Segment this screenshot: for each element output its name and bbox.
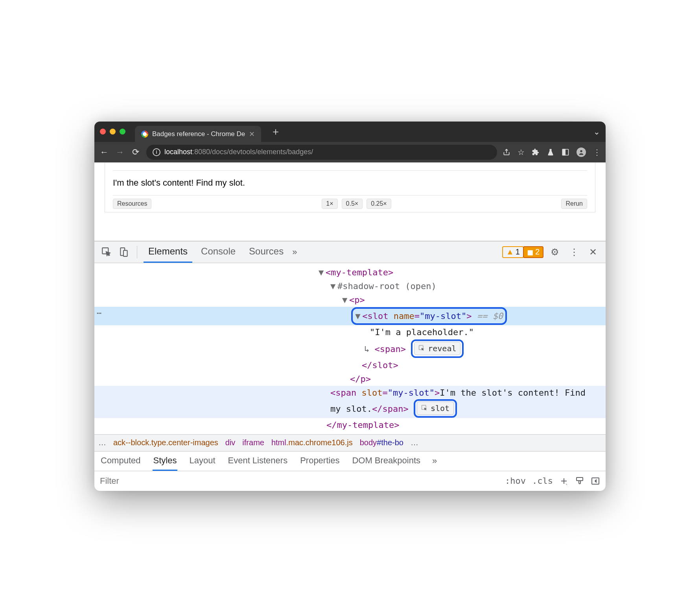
svg-point-2: [580, 150, 582, 152]
hov-toggle[interactable]: :hov: [505, 476, 526, 486]
url-host: localhost: [164, 148, 192, 156]
browser-window: Badges reference - Chrome De ✕ ＋ ⌄ ← → ⟳…: [94, 122, 606, 491]
slot-badge-highlight: slot: [414, 399, 457, 418]
url-port: :8080: [192, 148, 210, 156]
titlebar: Badges reference - Chrome De ✕ ＋ ⌄: [94, 122, 606, 142]
dom-node-span-reveal[interactable]: ↳ <span> reveal: [94, 339, 606, 358]
minimize-window-button[interactable]: [110, 129, 116, 135]
browser-menu-kebab-icon[interactable]: ⋮: [593, 147, 601, 157]
tab-elements[interactable]: Elements: [144, 241, 192, 263]
tab-title: Badges reference - Chrome De: [152, 130, 245, 138]
more-subtabs-chevron-icon[interactable]: »: [432, 456, 437, 466]
dom-node-shadow-root[interactable]: ▼#shadow-root (open): [94, 279, 606, 293]
paint-brush-icon[interactable]: [575, 476, 584, 486]
tab-console[interactable]: Console: [196, 241, 240, 263]
share-icon[interactable]: [503, 148, 510, 156]
dom-node-placeholder-text[interactable]: "I'm a placeholder.": [94, 325, 606, 339]
dom-node-my-template-open[interactable]: ▼<my-template>: [94, 265, 606, 279]
zoom-1x-button[interactable]: 1×: [322, 199, 337, 209]
dom-node-slot-open[interactable]: ⋯ ▼<slot name="my-slot"> == $0: [94, 307, 606, 325]
dom-node-my-template-close[interactable]: </my-template>: [94, 418, 606, 432]
toolbar-icons: ☆ ⋮: [503, 147, 601, 157]
subtab-layout[interactable]: Layout: [188, 452, 216, 471]
address-bar[interactable]: i localhost:8080/docs/devtools/elements/…: [146, 145, 497, 160]
zoom-025x-button[interactable]: 0.25×: [367, 199, 391, 209]
styles-filter-input[interactable]: [100, 476, 499, 486]
rerun-button[interactable]: Rerun: [561, 199, 587, 209]
new-tab-button[interactable]: ＋: [271, 125, 281, 138]
url-bar: ← → ⟳ i localhost:8080/docs/devtools/ele…: [94, 142, 606, 162]
styles-subtabs: Computed Styles Layout Event Listeners P…: [94, 452, 606, 471]
dom-breadcrumbs: … ack--block.type.center-images div ifra…: [94, 434, 606, 452]
page-content: I'm the slot's content! Find my slot. Re…: [94, 162, 606, 241]
tab-sources[interactable]: Sources: [244, 241, 288, 263]
subtab-dom-breakpoints[interactable]: DOM Breakpoints: [351, 452, 421, 471]
zoom-05x-button[interactable]: 0.5×: [342, 199, 363, 209]
site-info-icon[interactable]: i: [153, 148, 160, 156]
forward-button[interactable]: →: [115, 147, 125, 157]
close-tab-icon[interactable]: ✕: [249, 130, 255, 138]
dom-tree: ▼<my-template> ▼#shadow-root (open) ▼<p>…: [94, 263, 606, 434]
demo-text: I'm the slot's content! Find my slot.: [113, 171, 587, 195]
svg-rect-1: [563, 149, 566, 155]
close-window-button[interactable]: [100, 129, 106, 135]
errors-badge[interactable]: ◼2: [523, 246, 543, 258]
svg-rect-8: [577, 477, 583, 481]
browser-tab[interactable]: Badges reference - Chrome De ✕: [135, 126, 261, 142]
reload-button[interactable]: ⟳: [131, 147, 141, 157]
warning-triangle-icon: ▲: [506, 247, 514, 256]
subtab-event-listeners[interactable]: Event Listeners: [227, 452, 289, 471]
traffic-lights: [100, 129, 125, 135]
dom-node-slot-close[interactable]: </slot>: [94, 358, 606, 372]
close-devtools-icon[interactable]: ✕: [586, 247, 600, 258]
bookmark-star-icon[interactable]: ☆: [518, 147, 525, 157]
dom-node-span-slotted[interactable]: <span slot="my-slot">I'm the slot's cont…: [94, 386, 606, 418]
back-button[interactable]: ←: [99, 147, 109, 157]
warnings-badge[interactable]: ▲1: [502, 246, 524, 258]
devtools-menu-kebab-icon[interactable]: ⋮: [566, 247, 582, 258]
subtab-properties[interactable]: Properties: [299, 452, 340, 471]
crumb-5[interactable]: body#the-bo: [360, 438, 403, 447]
maximize-window-button[interactable]: [120, 129, 125, 135]
svg-rect-5: [123, 250, 127, 256]
reveal-badge[interactable]: reveal: [414, 342, 461, 355]
more-tabs-chevron-icon[interactable]: »: [292, 247, 297, 257]
crumb-2[interactable]: div: [225, 438, 236, 447]
highlighted-slot-element: ▼<slot name="my-slot"> == $0: [351, 307, 507, 325]
inspect-element-icon[interactable]: [100, 245, 113, 259]
reveal-badge-highlight: reveal: [411, 339, 464, 358]
resources-button[interactable]: Resources: [113, 199, 151, 209]
crumb-ellipsis-left[interactable]: …: [98, 438, 106, 447]
error-square-icon: ◼: [527, 247, 534, 257]
window-menu-chevron-icon[interactable]: ⌄: [593, 127, 600, 136]
labs-flask-icon[interactable]: [547, 148, 554, 156]
panel-toggle-icon[interactable]: [591, 476, 600, 486]
devtools-header: Elements Console Sources » ▲1 ◼2 ⚙ ⋮ ✕: [94, 241, 606, 263]
crumb-1[interactable]: ack--block.type.center-images: [113, 438, 218, 447]
new-style-rule-plus-icon[interactable]: [559, 476, 569, 486]
selected-line-ellipsis-icon[interactable]: ⋯: [97, 307, 101, 319]
cls-toggle[interactable]: .cls: [532, 476, 553, 486]
crumb-ellipsis-right[interactable]: …: [411, 438, 418, 447]
url-path: /docs/devtools/elements/badges/: [210, 148, 313, 156]
crumb-4[interactable]: html.mac.chrome106.js: [271, 438, 353, 447]
demo-footer: Resources 1× 0.5× 0.25× Rerun: [113, 195, 587, 212]
styles-filter-row: :hov .cls: [94, 471, 606, 491]
devtools-panel-icon[interactable]: [562, 148, 569, 156]
dom-node-p-close[interactable]: </p>: [94, 372, 606, 386]
device-toggle-icon[interactable]: [117, 245, 131, 259]
subtab-computed[interactable]: Computed: [100, 452, 142, 471]
demo-card: I'm the slot's content! Find my slot. Re…: [105, 162, 595, 212]
settings-gear-icon[interactable]: ⚙: [547, 247, 562, 258]
profile-avatar-icon[interactable]: [577, 147, 586, 157]
dom-node-p-open[interactable]: ▼<p>: [94, 293, 606, 307]
crumb-3[interactable]: iframe: [242, 438, 264, 447]
slot-badge[interactable]: slot: [417, 402, 454, 415]
reveal-arrow-icon: ↳: [364, 344, 369, 354]
chrome-favicon-icon: [141, 131, 148, 138]
extensions-icon[interactable]: [532, 148, 540, 156]
subtab-styles[interactable]: Styles: [153, 452, 178, 471]
